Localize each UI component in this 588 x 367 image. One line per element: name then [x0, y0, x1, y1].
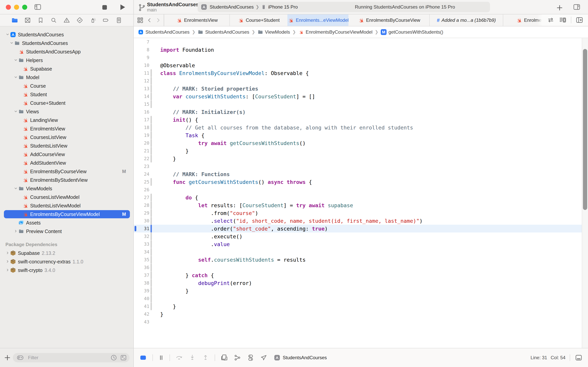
- tab-course-student[interactable]: Course+Student: [229, 14, 287, 26]
- project-navigator[interactable]: StudentsAndCoursesStudentsAndCoursesStud…: [0, 26, 133, 348]
- line-number[interactable]: 18: [134, 125, 150, 130]
- disclosure-open-icon[interactable]: [9, 41, 14, 46]
- breadcrumb-item[interactable]: StudentsAndCourses: [138, 29, 190, 35]
- sidebar-item-course[interactable]: Course: [0, 82, 133, 90]
- breakpoint-navigator-icon[interactable]: [102, 17, 110, 24]
- disclosure-open-icon[interactable]: [14, 58, 18, 63]
- add-editor-icon[interactable]: [575, 16, 584, 24]
- location-icon[interactable]: [260, 354, 268, 362]
- bookmark-navigator-icon[interactable]: [37, 17, 44, 24]
- editor-scrollbar-track[interactable]: [582, 38, 588, 348]
- add-file-button[interactable]: [3, 354, 11, 362]
- sidebar-item-studentsandcourses[interactable]: StudentsAndCourses: [0, 30, 133, 39]
- line-number[interactable]: 16: [134, 109, 150, 115]
- sidebar-item-addstudentview[interactable]: AddStudentView: [0, 158, 133, 167]
- close-window-button[interactable]: [6, 5, 11, 10]
- line-number[interactable]: 23: [134, 164, 150, 169]
- disclosure-open-icon[interactable]: [14, 109, 18, 115]
- line-number[interactable]: 20: [134, 141, 150, 146]
- sidebar-item-enrolmentsview[interactable]: EnrolmentsView: [0, 125, 133, 133]
- sidebar-item-studentsandcoursesapp[interactable]: StudentsAndCoursesApp: [0, 47, 133, 56]
- line-number[interactable]: 26: [134, 187, 150, 192]
- disclosure-closed-icon[interactable]: [5, 259, 10, 265]
- related-items-icon[interactable]: [136, 17, 144, 24]
- line-number[interactable]: 41: [134, 304, 150, 309]
- disclosure-closed-icon[interactable]: [5, 267, 10, 273]
- sidebar-item-assets[interactable]: Assets: [0, 218, 133, 227]
- sidebar-item-addcourseview[interactable]: AddCourseView: [0, 150, 133, 158]
- sidebar-item-supabase[interactable]: Supabase: [0, 65, 133, 73]
- line-number[interactable]: 37: [134, 273, 150, 278]
- issue-navigator-icon[interactable]: [63, 17, 71, 24]
- tab-enrolments-eviewmodel[interactable]: Enrolments...eViewModel: [287, 14, 348, 26]
- package-item-swift-concurrency-extras[interactable]: swift-concurrency-extras1.1.0: [0, 257, 133, 266]
- sidebar-item-model[interactable]: Model: [0, 73, 133, 82]
- filter-changes-icon[interactable]: [120, 354, 127, 361]
- environment-overrides-icon[interactable]: [247, 354, 255, 362]
- breadcrumb-item[interactable]: StudentsAndCourses: [198, 29, 249, 35]
- sidebar-item-course-student[interactable]: Course+Student: [0, 99, 133, 107]
- line-number[interactable]: 29: [134, 210, 150, 216]
- find-navigator-icon[interactable]: [50, 17, 58, 24]
- package-item-supabase[interactable]: Supabase2.13.2: [0, 249, 133, 257]
- stop-button[interactable]: [101, 3, 109, 11]
- back-icon[interactable]: [147, 17, 152, 24]
- sidebar-item-helpers[interactable]: Helpers: [0, 56, 133, 65]
- filter-field[interactable]: Filter: [13, 353, 129, 362]
- project-navigator-icon[interactable]: [11, 17, 18, 24]
- sidebar-divider[interactable]: [133, 0, 134, 367]
- line-number[interactable]: 17: [134, 117, 150, 122]
- sidebar-item-landingview[interactable]: LandingView: [0, 116, 133, 125]
- breadcrumb-item[interactable]: EnrolmentsByCourseViewModel: [298, 29, 373, 35]
- line-number[interactable]: 8: [134, 47, 150, 52]
- minimize-window-button[interactable]: [14, 5, 19, 10]
- hide-debug-area-icon[interactable]: [574, 354, 583, 362]
- step-into-icon[interactable]: [188, 354, 196, 362]
- tab-added-a-mo-a-1b6b7b9-[interactable]: #Added a mo...a (1b6b7b9): [429, 14, 503, 26]
- sidebar-item-studentsandcourses[interactable]: StudentsAndCourses: [0, 39, 133, 47]
- sidebar-item-student[interactable]: Student: [0, 90, 133, 99]
- line-number[interactable]: 24: [134, 172, 150, 177]
- line-number[interactable]: 32: [134, 234, 150, 239]
- line-number[interactable]: 11: [134, 71, 150, 76]
- disclosure-open-icon[interactable]: [14, 186, 18, 192]
- forward-icon[interactable]: [155, 17, 161, 24]
- toggle-left-sidebar-icon[interactable]: [34, 3, 42, 11]
- line-number[interactable]: 39: [134, 288, 150, 293]
- line-number[interactable]: 10: [134, 63, 150, 68]
- line-number[interactable]: 12: [134, 78, 150, 83]
- line-number[interactable]: 43: [134, 319, 150, 325]
- pause-icon[interactable]: [158, 354, 165, 362]
- line-number[interactable]: 33: [134, 242, 150, 247]
- source-editor[interactable]: 78import Foundation910@Observable11class…: [134, 38, 588, 348]
- line-number[interactable]: 13: [134, 86, 150, 91]
- add-button[interactable]: [556, 4, 563, 12]
- sidebar-item-views[interactable]: Views: [0, 107, 133, 116]
- tab-enrolmentsbycourseview[interactable]: EnrolmentsByCourseView: [348, 14, 429, 26]
- scheme-name[interactable]: StudentsAndCourses: [210, 4, 254, 10]
- run-button[interactable]: [118, 3, 127, 12]
- source-control-navigator-icon[interactable]: [24, 17, 32, 24]
- zoom-window-button[interactable]: [22, 5, 27, 10]
- sidebar-item-courseslistview[interactable]: CoursesListView: [0, 133, 133, 142]
- recent-files-clock-icon[interactable]: [110, 354, 118, 361]
- step-over-icon[interactable]: [175, 354, 183, 362]
- line-number[interactable]: 42: [134, 312, 150, 317]
- sidebar-item-viewmodels[interactable]: ViewModels: [0, 184, 133, 193]
- running-app-chip[interactable]: StudentsAndCourses: [274, 354, 327, 361]
- line-number[interactable]: 40: [134, 296, 150, 301]
- line-number[interactable]: 36: [134, 265, 150, 270]
- run-destination[interactable]: iPhone 15 Pro: [268, 4, 298, 10]
- view-debugger-icon[interactable]: [220, 354, 228, 362]
- line-number[interactable]: 27: [134, 195, 150, 200]
- disclosure-closed-icon[interactable]: [5, 250, 10, 256]
- disclosure-closed-icon[interactable]: [14, 229, 18, 234]
- line-number[interactable]: 22: [134, 156, 150, 161]
- tab-enrolmentsview[interactable]: EnrolmentsView: [164, 14, 229, 26]
- line-number[interactable]: 21: [134, 148, 150, 153]
- sidebar-item-enrolmentsbycourseview[interactable]: EnrolmentsByCourseViewM: [0, 167, 133, 176]
- line-number[interactable]: 38: [134, 281, 150, 285]
- line-number[interactable]: 35: [134, 257, 150, 262]
- line-number[interactable]: 25: [134, 179, 150, 184]
- swap-editor-icon[interactable]: [547, 16, 554, 24]
